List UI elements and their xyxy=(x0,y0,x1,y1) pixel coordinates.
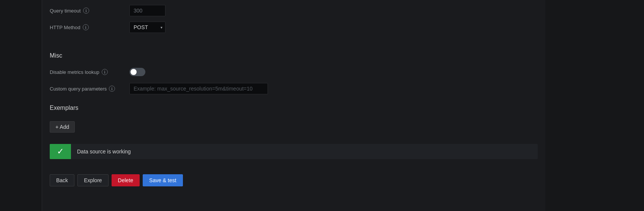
custom-query-row: Custom query parameters ℹ xyxy=(50,82,538,95)
http-method-select[interactable]: GET POST xyxy=(129,22,165,33)
misc-section: Misc Disable metrics lookup ℹ Custom que… xyxy=(50,52,538,95)
status-icon-box: ✓ xyxy=(50,144,71,159)
toggle-slider xyxy=(129,68,145,76)
add-exemplar-button[interactable]: + Add xyxy=(50,121,75,133)
query-timeout-control xyxy=(129,5,274,16)
disable-metrics-control xyxy=(129,68,274,76)
disable-metrics-toggle[interactable] xyxy=(129,68,145,76)
delete-button[interactable]: Delete xyxy=(112,174,140,186)
misc-section-header: Misc xyxy=(50,52,538,59)
save-and-test-button[interactable]: Save & test xyxy=(143,174,183,186)
http-method-label: HTTP Method ℹ xyxy=(50,24,129,30)
custom-query-info-icon[interactable]: ℹ xyxy=(109,86,115,92)
exemplars-section: Exemplars + Add xyxy=(50,105,538,133)
custom-query-input[interactable] xyxy=(129,83,268,94)
http-method-select-wrapper: GET POST ▾ xyxy=(129,22,165,33)
action-buttons: Back Explore Delete Save & test xyxy=(50,174,538,186)
http-method-row: HTTP Method ℹ GET POST ▾ xyxy=(50,20,538,34)
query-timeout-info-icon[interactable]: ℹ xyxy=(83,8,89,14)
disable-metrics-label: Disable metrics lookup ℹ xyxy=(50,69,129,75)
exemplars-section-header: Exemplars xyxy=(50,105,538,111)
http-method-info-icon[interactable]: ℹ xyxy=(83,24,89,30)
disable-metrics-info-icon[interactable]: ℹ xyxy=(102,69,108,75)
back-button[interactable]: Back xyxy=(50,174,74,186)
query-timeout-row: Query timeout ℹ xyxy=(50,4,538,17)
status-message: Data source is working xyxy=(71,144,137,159)
http-method-control: GET POST ▾ xyxy=(129,22,274,33)
explore-button[interactable]: Explore xyxy=(77,174,108,186)
custom-query-control xyxy=(129,83,274,94)
query-timeout-label: Query timeout ℹ xyxy=(50,8,129,14)
disable-metrics-row: Disable metrics lookup ℹ xyxy=(50,65,538,79)
query-timeout-input[interactable] xyxy=(129,5,165,16)
custom-query-label: Custom query parameters ℹ xyxy=(50,86,129,92)
status-banner: ✓ Data source is working xyxy=(50,144,538,159)
check-icon: ✓ xyxy=(57,147,64,156)
